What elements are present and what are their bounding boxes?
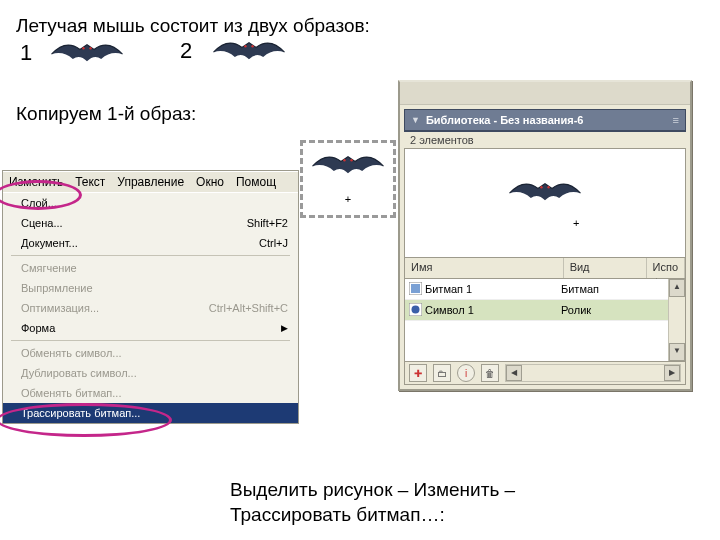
bat-icon — [504, 179, 586, 205]
list-item[interactable]: Битмап 1 Битмап — [405, 279, 685, 300]
list-item[interactable]: Символ 1 Ролик — [405, 300, 685, 321]
scroll-up-icon[interactable]: ▲ — [669, 279, 685, 297]
col-view[interactable]: Вид — [564, 258, 647, 278]
item-name: Битмап 1 — [425, 283, 561, 295]
title-text: Летучая мышь состоит из двух образов: — [16, 14, 370, 39]
menu-help[interactable]: Помощ — [230, 173, 282, 191]
menu-edit[interactable]: Изменить — [3, 173, 69, 191]
mi-soften: Смягчение — [3, 258, 298, 278]
label-2: 2 — [180, 38, 192, 64]
horizontal-scrollbar[interactable]: ◀ ▶ — [505, 364, 681, 382]
mi-shape[interactable]: Форма▶ — [3, 318, 298, 338]
edit-dropdown: Слой... Сцена...Shift+F2 Документ...Ctrl… — [3, 193, 298, 423]
library-count: 2 элементов — [404, 131, 686, 148]
mi-swap-bitmap: Обменять битмап... — [3, 383, 298, 403]
item-type: Битмап — [561, 283, 633, 295]
svg-point-5 — [411, 305, 419, 313]
panel-gripper[interactable] — [400, 82, 690, 105]
bat-variant-1: 1 — [20, 40, 132, 66]
chevron-right-icon: ▶ — [281, 323, 288, 333]
mi-optimize: Оптимизация...Ctrl+Alt+Shift+C — [3, 298, 298, 318]
new-folder-button[interactable]: 🗀 — [433, 364, 451, 382]
library-title: Библиотека - Без названия-6 — [426, 114, 673, 126]
mi-scene[interactable]: Сцена...Shift+F2 — [3, 213, 298, 233]
editor-window: Изменить Текст Управление Окно Помощ Сло… — [2, 170, 299, 424]
bat-variant-2: 2 — [180, 38, 294, 64]
scroll-left-icon[interactable]: ◀ — [506, 365, 522, 381]
label-1: 1 — [20, 40, 32, 66]
mi-duplicate-symbol: Дублировать символ... — [3, 363, 298, 383]
library-panel: ▼ Библиотека - Без названия-6 ≡ 2 элемен… — [398, 80, 692, 391]
collapse-triangle-icon[interactable]: ▼ — [411, 115, 420, 125]
library-footer: ✚ 🗀 i 🗑 ◀ ▶ — [404, 362, 686, 385]
mi-straighten: Выпрямление — [3, 278, 298, 298]
scroll-down-icon[interactable]: ▼ — [669, 343, 685, 361]
bottom-instruction: Выделить рисунок – Изменить – Трассирова… — [230, 478, 700, 527]
new-symbol-button[interactable]: ✚ — [409, 364, 427, 382]
delete-button[interactable]: 🗑 — [481, 364, 499, 382]
mi-trace-bitmap[interactable]: Трассировать битмап... — [3, 403, 298, 423]
menu-text[interactable]: Текст — [69, 173, 111, 191]
panel-menu-icon[interactable]: ≡ — [673, 114, 679, 126]
item-type: Ролик — [561, 304, 633, 316]
mi-document[interactable]: Документ...Ctrl+J — [3, 233, 298, 253]
library-list: Битмап 1 Битмап Символ 1 Ролик ▲ ▼ — [404, 279, 686, 362]
registration-cross-icon: + — [573, 217, 579, 229]
mi-swap-symbol: Обменять символ... — [3, 343, 298, 363]
menu-bar: Изменить Текст Управление Окно Помощ — [3, 171, 298, 193]
scroll-right-icon[interactable]: ▶ — [664, 365, 680, 381]
bitmap-icon — [405, 282, 425, 297]
selection-marquee: + — [300, 140, 396, 218]
bat-icon — [42, 40, 132, 66]
item-name: Символ 1 — [425, 304, 561, 316]
mi-layer[interactable]: Слой... — [3, 193, 298, 213]
bat-icon — [309, 152, 387, 178]
svg-rect-3 — [411, 284, 420, 293]
registration-cross-icon: + — [345, 193, 351, 205]
col-use[interactable]: Испо ▲ — [647, 258, 685, 278]
copy-instruction: Копируем 1-й образ: — [16, 102, 196, 127]
movieclip-icon — [405, 303, 425, 318]
col-name[interactable]: Имя — [405, 258, 564, 278]
properties-button[interactable]: i — [457, 364, 475, 382]
menu-control[interactable]: Управление — [111, 173, 190, 191]
bat-icon — [204, 38, 294, 64]
library-header: Имя Вид Испо ▲ — [404, 258, 686, 279]
vertical-scrollbar[interactable]: ▲ ▼ — [668, 279, 685, 361]
menu-window[interactable]: Окно — [190, 173, 230, 191]
library-preview: + — [404, 148, 686, 258]
